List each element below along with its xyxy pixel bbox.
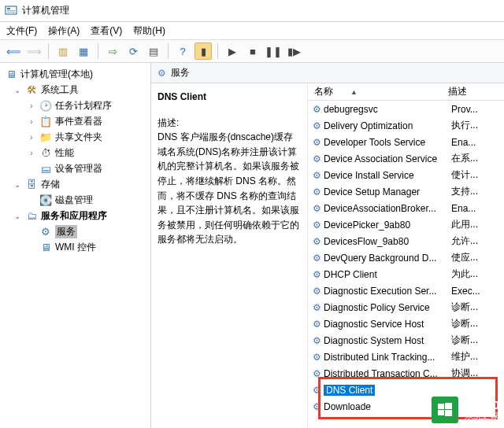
services-apps-icon: 🗂	[25, 209, 38, 222]
service-icon: ⚙	[308, 137, 322, 148]
restart-icon[interactable]: ▮▶	[285, 42, 302, 60]
toolbar-separator	[168, 43, 169, 59]
body: 🖥 计算机管理(本地) ⌄ 🛠 系统工具 › 🕑 任务计划程序 › 📋 事件查看…	[0, 63, 504, 428]
service-desc: 为此...	[448, 268, 478, 281]
svg-rect-1	[7, 8, 10, 9]
tree-disk-management[interactable]: 💽 磁盘管理	[0, 192, 150, 208]
service-desc: 诊断...	[448, 317, 478, 330]
collapse-icon[interactable]: ⌄	[13, 180, 22, 189]
service-row[interactable]: ⚙Distributed Transaction C...协调...	[308, 365, 504, 382]
service-row[interactable]: ⚙DevicePicker_9ab80此用...	[308, 216, 504, 233]
expand-icon[interactable]: ›	[27, 149, 36, 157]
toolbar-separator	[48, 43, 49, 59]
service-name: DevQuery Background D...	[322, 253, 448, 264]
sort-asc-icon: ▲	[350, 88, 358, 96]
forward-icon[interactable]: ⟹	[25, 42, 43, 60]
stop-icon[interactable]: ■	[244, 42, 261, 60]
service-rows: ⚙debugregsvcProv...⚙Delivery Optimizatio…	[308, 101, 504, 428]
service-row[interactable]: ⚙Diagnostic Execution Ser...Exec...	[308, 282, 504, 299]
pane-body: DNS Client 描述: DNS 客户端服务(dnscache)缓存域名系统…	[151, 83, 504, 428]
folder-icon[interactable]: ▥	[54, 42, 72, 60]
service-desc: 使应...	[448, 251, 478, 264]
svg-rect-3	[7, 12, 15, 13]
service-row[interactable]: ⚙Distributed Link Tracking...维护...	[308, 349, 504, 365]
tree-shared-folders[interactable]: › 📁 共享文件夹	[0, 129, 150, 145]
service-row[interactable]: ⚙Diagnostic System Host诊断...	[308, 332, 504, 349]
menu-view[interactable]: 查看(V)	[91, 24, 122, 38]
pane-title: 服务	[171, 66, 190, 79]
service-desc: 允许...	[448, 234, 478, 248]
expand-icon[interactable]: ›	[27, 133, 36, 142]
content-pane: ⚙ 服务 DNS Client 描述: DNS 客户端服务(dnscache)缓…	[151, 63, 504, 428]
service-name: Device Setup Manager	[322, 186, 448, 197]
shared-icon: 📁	[39, 131, 52, 143]
service-row[interactable]: ⚙DHCP Client为此...	[308, 266, 504, 282]
service-desc: 诊断...	[448, 301, 478, 314]
menu-action[interactable]: 操作(A)	[48, 24, 80, 38]
col-name[interactable]: 名称 ▲	[308, 85, 443, 98]
service-desc: 此用...	[448, 218, 478, 231]
tree-performance[interactable]: › ⏱ 性能	[0, 145, 150, 160]
service-row[interactable]: ⚙DevicesFlow_9ab80允许...	[308, 233, 504, 249]
toolbar-separator	[217, 43, 218, 59]
highlight-icon[interactable]: ▮	[195, 42, 212, 60]
window-title: 计算机管理	[22, 4, 69, 17]
service-name: Developer Tools Service	[322, 137, 448, 148]
wmi-icon: 🖥	[39, 241, 52, 253]
expand-icon[interactable]: ›	[27, 101, 36, 110]
expand-icon[interactable]: ›	[27, 117, 36, 126]
service-row[interactable]: ⚙Diagnostic Policy Service诊断...	[308, 299, 504, 315]
service-name: DeviceAssociationBroker...	[322, 203, 448, 214]
app-icon	[5, 5, 17, 17]
service-row[interactable]: ⚙Device Install Service使计...	[308, 167, 504, 183]
collapse-icon[interactable]: ⌄	[13, 212, 22, 220]
tree-event-viewer[interactable]: › 📋 事件查看器	[0, 113, 150, 129]
service-desc: 在系...	[448, 152, 478, 165]
back-icon[interactable]: ⟸	[5, 42, 22, 60]
service-icon: ⚙	[308, 220, 322, 231]
svg-rect-6	[438, 410, 444, 415]
gear-icon: ⚙	[39, 225, 52, 238]
tree-storage[interactable]: ⌄ 🗄 存储	[0, 176, 150, 192]
service-name: Diagnostic System Host	[322, 335, 448, 346]
tree-wmi[interactable]: 🖥 WMI 控件	[0, 239, 150, 255]
help-icon[interactable]: ?	[174, 42, 191, 60]
service-row[interactable]: ⚙Diagnostic Service Host诊断...	[308, 315, 504, 332]
service-icon: ⚙	[308, 286, 322, 297]
service-row[interactable]: ⚙debugregsvcProv...	[308, 101, 504, 117]
service-row[interactable]: ⚙Device Association Service在系...	[308, 150, 504, 167]
properties-icon[interactable]: ▦	[75, 42, 92, 60]
column-headers: 名称 ▲ 描述	[308, 83, 504, 101]
service-row[interactable]: ⚙DeviceAssociationBroker...Ena...	[308, 200, 504, 216]
svg-rect-4	[438, 404, 444, 409]
service-row[interactable]: ⚙Developer Tools ServiceEna...	[308, 134, 504, 150]
service-name: DevicePicker_9ab80	[322, 220, 448, 231]
service-row[interactable]: ⚙Device Setup Manager支持...	[308, 183, 504, 200]
tree-task-scheduler[interactable]: › 🕑 任务计划程序	[0, 98, 150, 113]
menu-help[interactable]: 帮助(H)	[133, 24, 165, 38]
win-logo-icon	[432, 397, 458, 423]
tree-system-tools[interactable]: ⌄ 🛠 系统工具	[0, 82, 150, 98]
export-icon[interactable]: ⇨	[104, 42, 121, 60]
list-icon[interactable]: ▤	[145, 42, 162, 60]
play-icon[interactable]: ▶	[224, 42, 241, 60]
refresh-icon[interactable]: ⟳	[124, 42, 142, 60]
collapse-icon[interactable]: ⌄	[13, 86, 22, 94]
tree-services[interactable]: ⚙ 服务	[0, 223, 150, 239]
service-icon: ⚙	[308, 319, 322, 330]
tree-services-apps[interactable]: ⌄ 🗂 服务和应用程序	[0, 208, 150, 223]
service-row[interactable]: ⚙Delivery Optimization执行...	[308, 117, 504, 134]
menu-bar: 文件(F) 操作(A) 查看(V) 帮助(H)	[0, 22, 504, 39]
service-row[interactable]: ⚙DevQuery Background D...使应...	[308, 249, 504, 266]
service-detail: DNS Client 描述: DNS 客户端服务(dnscache)缓存域名系统…	[151, 83, 307, 428]
service-row[interactable]: ⚙DNS Client	[308, 382, 504, 398]
pause-icon[interactable]: ❚❚	[265, 42, 282, 60]
tree-device-manager[interactable]: 🖴 设备管理器	[0, 160, 150, 176]
col-desc[interactable]: 描述	[443, 85, 467, 98]
service-name: Diagnostic Policy Service	[322, 302, 448, 313]
service-desc: 协调...	[448, 367, 478, 380]
performance-icon: ⏱	[39, 146, 52, 159]
service-desc: Ena...	[448, 203, 476, 214]
menu-file[interactable]: 文件(F)	[6, 24, 37, 38]
tree-root[interactable]: 🖥 计算机管理(本地)	[0, 66, 150, 82]
